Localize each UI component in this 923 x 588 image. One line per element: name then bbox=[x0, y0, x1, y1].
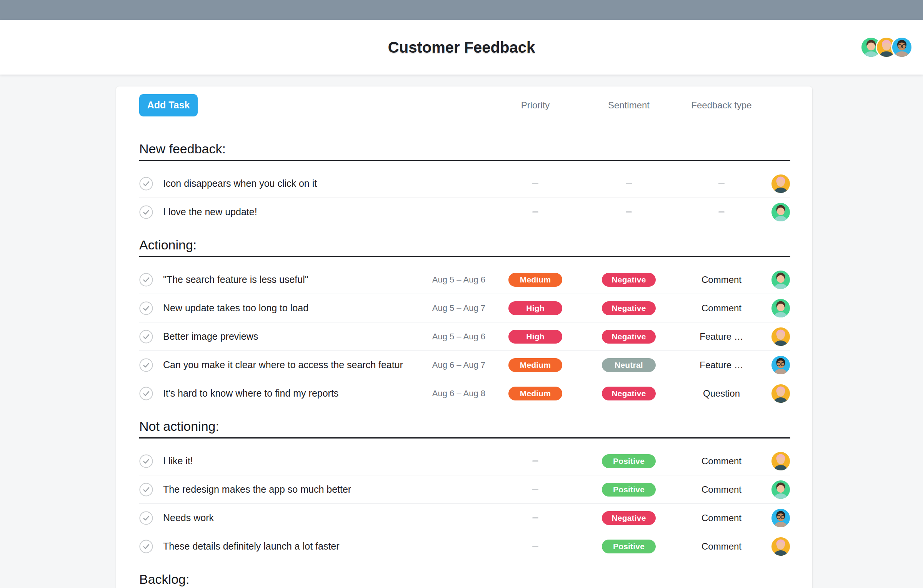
feedback-type-value[interactable]: Feature … bbox=[700, 331, 743, 342]
feedback-type-cell-empty[interactable] bbox=[672, 183, 771, 184]
complete-checkbox-icon[interactable] bbox=[139, 511, 153, 525]
feedback-type-cell[interactable]: Comment bbox=[672, 541, 771, 552]
feedback-type-cell[interactable]: Comment bbox=[672, 456, 771, 467]
priority-cell-empty[interactable] bbox=[485, 546, 585, 547]
priority-badge[interactable]: High bbox=[508, 301, 562, 315]
sentiment-badge[interactable]: Positive bbox=[602, 483, 656, 497]
priority-cell-empty[interactable] bbox=[485, 211, 585, 213]
sentiment-badge[interactable]: Negative bbox=[602, 330, 656, 344]
feedback-type-cell[interactable]: Comment bbox=[672, 274, 771, 285]
sentiment-cell[interactable]: Negative bbox=[585, 301, 672, 315]
feedback-type-cell[interactable]: Feature … bbox=[672, 331, 771, 342]
priority-cell-empty[interactable] bbox=[485, 183, 585, 184]
feedback-type-value[interactable]: Comment bbox=[701, 541, 741, 552]
task-row[interactable]: Better image previewsAug 5 – Aug 6HighNe… bbox=[139, 322, 790, 351]
complete-checkbox-icon[interactable] bbox=[139, 301, 153, 315]
section-heading[interactable]: Actioning: bbox=[139, 237, 790, 257]
add-task-button[interactable]: Add Task bbox=[139, 94, 198, 116]
assignee-avatar[interactable] bbox=[771, 384, 790, 403]
task-row[interactable]: Icon disappears when you click on it bbox=[139, 169, 790, 198]
feedback-type-value[interactable]: Comment bbox=[701, 456, 741, 467]
sentiment-badge[interactable]: Positive bbox=[602, 454, 656, 468]
task-dates[interactable]: Aug 6 – Aug 7 bbox=[420, 360, 485, 370]
complete-checkbox-icon[interactable] bbox=[139, 540, 153, 553]
priority-badge[interactable]: High bbox=[508, 330, 562, 344]
feedback-type-cell[interactable]: Feature … bbox=[672, 360, 771, 370]
priority-cell[interactable]: Medium bbox=[485, 358, 585, 372]
priority-badge[interactable]: Medium bbox=[508, 273, 562, 287]
sentiment-badge[interactable]: Neutral bbox=[602, 358, 656, 372]
sentiment-cell[interactable]: Positive bbox=[585, 483, 672, 497]
column-header-feedback-type[interactable]: Feedback type bbox=[672, 100, 771, 111]
assignee-avatar[interactable] bbox=[771, 356, 790, 374]
sentiment-badge[interactable]: Negative bbox=[602, 511, 656, 525]
task-title[interactable]: Better image previews bbox=[163, 331, 420, 342]
complete-checkbox-icon[interactable] bbox=[139, 330, 153, 344]
task-row[interactable]: "The search feature is less useful"Aug 5… bbox=[139, 266, 790, 294]
priority-badge[interactable]: Medium bbox=[508, 387, 562, 400]
priority-cell[interactable]: High bbox=[485, 330, 585, 344]
complete-checkbox-icon[interactable] bbox=[139, 273, 153, 287]
complete-checkbox-icon[interactable] bbox=[139, 483, 153, 497]
task-title[interactable]: Can you make it clear where to access th… bbox=[163, 359, 420, 370]
complete-checkbox-icon[interactable] bbox=[139, 358, 153, 372]
header-avatar-blue[interactable] bbox=[891, 37, 913, 58]
sentiment-cell[interactable]: Negative bbox=[585, 511, 672, 525]
task-dates[interactable]: Aug 5 – Aug 6 bbox=[420, 275, 485, 285]
assignee-avatar[interactable] bbox=[771, 480, 790, 499]
feedback-type-value[interactable]: Feature … bbox=[700, 360, 743, 370]
priority-cell-empty[interactable] bbox=[485, 460, 585, 462]
feedback-type-cell-empty[interactable] bbox=[672, 211, 771, 213]
complete-checkbox-icon[interactable] bbox=[139, 205, 153, 219]
sentiment-badge[interactable]: Negative bbox=[602, 301, 656, 315]
feedback-type-cell[interactable]: Comment bbox=[672, 513, 771, 523]
feedback-type-cell[interactable]: Question bbox=[672, 388, 771, 399]
sentiment-badge[interactable]: Positive bbox=[602, 540, 656, 553]
task-title[interactable]: Needs work bbox=[163, 512, 420, 523]
task-title[interactable]: It's hard to know where to find my repor… bbox=[163, 388, 420, 399]
task-row[interactable]: It's hard to know where to find my repor… bbox=[139, 379, 790, 407]
priority-cell[interactable]: High bbox=[485, 301, 585, 315]
complete-checkbox-icon[interactable] bbox=[139, 387, 153, 400]
task-title[interactable]: "The search feature is less useful" bbox=[163, 274, 420, 285]
task-dates[interactable]: Aug 5 – Aug 6 bbox=[420, 332, 485, 342]
assignee-avatar[interactable] bbox=[771, 203, 790, 221]
feedback-type-cell[interactable]: Comment bbox=[672, 303, 771, 314]
priority-cell-empty[interactable] bbox=[485, 517, 585, 518]
task-title[interactable]: I like it! bbox=[163, 455, 420, 467]
sentiment-cell[interactable]: Neutral bbox=[585, 358, 672, 372]
section-heading[interactable]: New feedback: bbox=[139, 141, 790, 161]
assignee-avatar[interactable] bbox=[771, 509, 790, 527]
feedback-type-value[interactable]: Comment bbox=[701, 484, 741, 495]
sentiment-badge[interactable]: Negative bbox=[602, 273, 656, 287]
assignee-avatar[interactable] bbox=[771, 327, 790, 346]
sentiment-cell[interactable]: Negative bbox=[585, 330, 672, 344]
assignee-avatar[interactable] bbox=[771, 537, 790, 556]
priority-cell[interactable]: Medium bbox=[485, 273, 585, 287]
assignee-avatar[interactable] bbox=[771, 174, 790, 193]
sentiment-cell[interactable]: Positive bbox=[585, 454, 672, 468]
complete-checkbox-icon[interactable] bbox=[139, 454, 153, 468]
sentiment-cell[interactable]: Positive bbox=[585, 540, 672, 553]
feedback-type-value[interactable]: Comment bbox=[701, 303, 741, 314]
task-row[interactable]: Needs workNegativeComment bbox=[139, 504, 790, 532]
feedback-type-value[interactable]: Question bbox=[703, 388, 740, 399]
assignee-avatar[interactable] bbox=[771, 299, 790, 317]
task-row[interactable]: Can you make it clear where to access th… bbox=[139, 351, 790, 379]
task-title[interactable]: I love the new update! bbox=[163, 206, 420, 218]
column-header-sentiment[interactable]: Sentiment bbox=[585, 100, 672, 111]
section-heading[interactable]: Backlog: bbox=[139, 571, 790, 588]
sentiment-cell[interactable]: Negative bbox=[585, 273, 672, 287]
sentiment-cell-empty[interactable] bbox=[585, 183, 672, 184]
task-title[interactable]: Icon disappears when you click on it bbox=[163, 178, 420, 189]
priority-badge[interactable]: Medium bbox=[508, 358, 562, 372]
task-title[interactable]: The redesign makes the app so much bette… bbox=[163, 484, 420, 495]
sentiment-cell-empty[interactable] bbox=[585, 211, 672, 213]
sentiment-badge[interactable]: Negative bbox=[602, 387, 656, 400]
task-row[interactable]: These details definitely launch a lot fa… bbox=[139, 532, 790, 560]
task-row[interactable]: I love the new update! bbox=[139, 198, 790, 226]
assignee-avatar[interactable] bbox=[771, 271, 790, 289]
task-row[interactable]: I like it!PositiveComment bbox=[139, 447, 790, 475]
task-title[interactable]: These details definitely launch a lot fa… bbox=[163, 541, 420, 552]
column-header-priority[interactable]: Priority bbox=[485, 100, 585, 111]
